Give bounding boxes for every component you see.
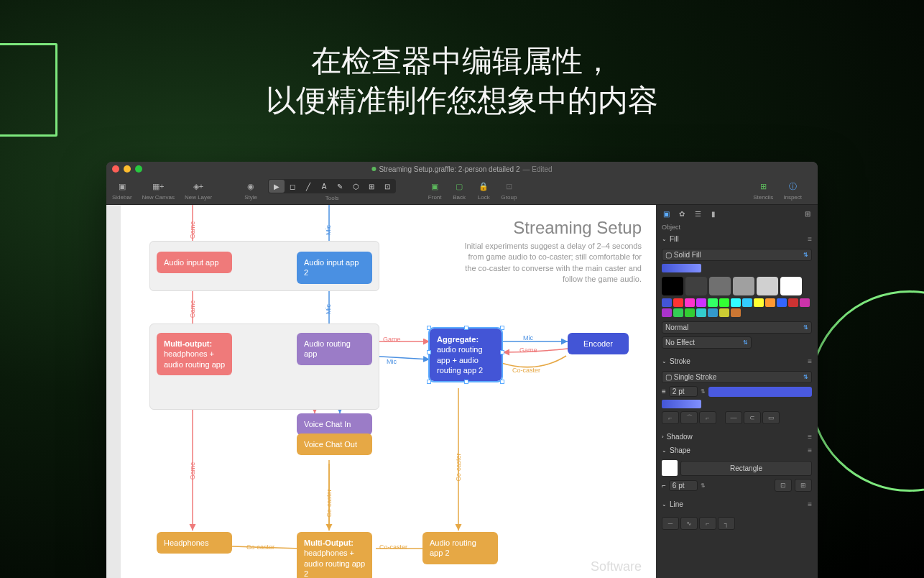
canvas-page[interactable]: Streaming Setup Initial experiments sugg… — [121, 205, 656, 578]
node-audio-input2[interactable]: Audio input app 2 — [297, 252, 372, 284]
text-tool[interactable]: A — [316, 180, 332, 193]
node-audio-routing[interactable]: Audio routing app — [297, 333, 372, 365]
inspector-tab-document[interactable]: ▮ — [708, 208, 719, 219]
menu-icon[interactable]: ≡ — [808, 357, 812, 365]
line-type-3[interactable]: ⌐ — [699, 517, 716, 530]
corner-style-1[interactable]: ⌐ — [662, 411, 679, 424]
color-swatch[interactable] — [719, 298, 729, 307]
pen-tool[interactable]: ✎ — [332, 180, 348, 193]
color-swatch[interactable] — [673, 308, 683, 317]
color-swatch[interactable] — [685, 298, 695, 307]
color-swatch[interactable] — [662, 298, 672, 307]
node-voice-chat-in[interactable]: Voice Chat In — [297, 413, 372, 435]
shape-header[interactable]: ⌄Shape≡ — [656, 444, 818, 457]
node-multi-output[interactable]: Multi-output:headphones + audio routing … — [157, 333, 232, 375]
close-button[interactable] — [112, 165, 119, 173]
corner-style-3[interactable]: ⌐ — [699, 411, 716, 424]
color-swatch[interactable] — [800, 298, 810, 307]
cap-style-3[interactable]: ▭ — [762, 411, 780, 424]
color-swatch[interactable] — [788, 298, 798, 307]
color-swatch[interactable] — [731, 308, 741, 317]
stencils-icon[interactable]: ⊞ — [756, 180, 770, 193]
diagram-tool[interactable]: ⬡ — [348, 180, 364, 193]
line-tool[interactable]: ╱ — [300, 180, 316, 193]
blend-mode-select[interactable]: Normal⇅ — [662, 321, 812, 334]
menu-icon[interactable]: ≡ — [808, 500, 812, 508]
minimize-button[interactable] — [124, 165, 131, 173]
color-swatch[interactable] — [733, 277, 754, 295]
canvas[interactable]: Streaming Setup Initial experiments sugg… — [106, 205, 656, 578]
color-swatch[interactable] — [719, 308, 729, 317]
color-swatch[interactable] — [731, 298, 741, 307]
line-header[interactable]: ⌄Line≡ — [656, 497, 818, 511]
color-swatch[interactable] — [696, 298, 706, 307]
color-swatch[interactable] — [780, 277, 802, 295]
front-icon[interactable]: ▣ — [428, 180, 442, 193]
inspector-tab-grid[interactable]: ⊞ — [802, 208, 813, 219]
line-type-2[interactable]: ∿ — [680, 517, 698, 530]
node-audio-routing2[interactable]: Audio routing app 2 — [422, 532, 498, 564]
grid-tool[interactable]: ⊞ — [364, 180, 379, 193]
shape-tool[interactable]: ◻ — [285, 180, 300, 193]
inspect-icon[interactable]: ⓘ — [785, 180, 800, 193]
line-type-4[interactable]: ┐ — [718, 517, 735, 530]
new-canvas-icon[interactable]: ▦+ — [151, 180, 165, 193]
shadow-header[interactable]: ›Shadow≡ — [656, 430, 818, 444]
shape-option-1[interactable]: ⊡ — [775, 479, 792, 492]
corner-radius-input[interactable] — [669, 480, 698, 491]
color-swatch[interactable] — [765, 298, 775, 307]
node-voice-chat-out[interactable]: Voice Chat Out — [297, 434, 372, 455]
color-swatch[interactable] — [708, 298, 718, 307]
shape-type-select[interactable]: Rectangle — [680, 461, 812, 476]
lock-icon[interactable]: 🔒 — [476, 180, 491, 193]
fill-color-slider[interactable] — [662, 264, 701, 272]
node-headphones[interactable]: Headphones — [157, 532, 232, 554]
node-audio-input[interactable]: Audio input app — [157, 252, 232, 273]
fill-header[interactable]: ⌄Fill≡ — [656, 232, 818, 246]
color-swatch[interactable] — [777, 298, 787, 307]
titlebar[interactable]: Streaming Setup.graffle: 2-person detail… — [106, 162, 818, 176]
color-swatch[interactable] — [742, 298, 752, 307]
stamp-tool[interactable]: ⊡ — [379, 180, 395, 193]
shape-option-2[interactable]: ⊞ — [795, 479, 812, 492]
menu-icon[interactable]: ≡ — [808, 235, 812, 243]
color-swatch[interactable] — [708, 308, 718, 317]
back-icon[interactable]: ▢ — [452, 180, 466, 193]
stroke-width-input[interactable] — [669, 386, 698, 397]
new-layer-icon[interactable]: ◈+ — [191, 180, 205, 193]
stroke-type-select[interactable]: ▢ Single Stroke⇅ — [662, 371, 812, 383]
line-type-1[interactable]: ─ — [662, 517, 679, 530]
color-swatch[interactable] — [685, 308, 695, 317]
stroke-color-slider[interactable] — [662, 400, 701, 408]
node-multi-output2[interactable]: Multi-Output:headphones + audio routing … — [297, 532, 372, 578]
node-encoder[interactable]: Encoder — [568, 333, 629, 354]
edge-label: Mic — [325, 225, 332, 235]
node-aggregate[interactable]: Aggregate:audio routing app + audio rout… — [430, 329, 502, 381]
color-swatch[interactable] — [662, 308, 672, 317]
stroke-header[interactable]: ⌄Stroke≡ — [656, 354, 818, 368]
color-swatch[interactable] — [662, 277, 683, 295]
color-swatch[interactable] — [754, 298, 764, 307]
color-swatch[interactable] — [757, 277, 778, 295]
style-icon[interactable]: ◉ — [244, 180, 258, 193]
maximize-button[interactable] — [135, 165, 142, 173]
color-swatch[interactable] — [709, 277, 731, 295]
shape-preview — [662, 460, 678, 476]
select-tool[interactable]: ▶ — [269, 180, 285, 193]
sidebar-toggle-icon[interactable]: ▣ — [115, 180, 129, 193]
inspector-tab-object[interactable]: ▣ — [660, 208, 672, 219]
group-icon[interactable]: ⊡ — [502, 180, 516, 193]
cap-style-2[interactable]: ⊂ — [744, 411, 761, 424]
color-swatch[interactable] — [673, 298, 683, 307]
corner-style-2[interactable]: ⌒ — [680, 411, 698, 424]
effect-select[interactable]: No Effect⇅ — [662, 336, 752, 349]
stroke-pattern[interactable] — [708, 387, 812, 397]
fill-type-select[interactable]: ▢ Solid Fill⇅ — [662, 249, 812, 261]
inspector-tab-settings[interactable]: ✿ — [676, 208, 688, 219]
color-swatch[interactable] — [685, 277, 707, 295]
cap-style-1[interactable]: — — [725, 411, 742, 424]
menu-icon[interactable]: ≡ — [808, 446, 812, 454]
inspector-tab-layout[interactable]: ☰ — [692, 208, 703, 219]
menu-icon[interactable]: ≡ — [808, 433, 812, 441]
color-swatch[interactable] — [696, 308, 706, 317]
